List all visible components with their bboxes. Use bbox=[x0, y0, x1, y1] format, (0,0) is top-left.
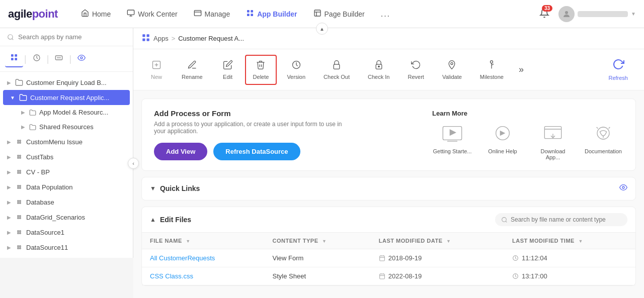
revert-icon bbox=[411, 60, 421, 72]
validate-button[interactable]: Validate bbox=[434, 55, 470, 85]
search-input[interactable] bbox=[18, 33, 126, 41]
app-icon bbox=[15, 243, 23, 251]
nav-home[interactable]: Home bbox=[74, 5, 118, 23]
breadcrumb: Apps > Customer Request A... bbox=[133, 28, 644, 49]
learn-more-section: Learn More Getting Starte... bbox=[432, 110, 623, 160]
content-type-cell: View Form bbox=[265, 249, 371, 267]
top-nav: agilepoint Home Work Center Manage App bbox=[0, 0, 644, 28]
sidebar-item-customer-request[interactable]: ▼ Customer Request Applic... bbox=[3, 90, 130, 105]
rename-button[interactable]: Rename bbox=[174, 55, 211, 85]
check-in-button[interactable]: Check In bbox=[360, 55, 397, 85]
sidebar-item-custtabs[interactable]: ▶ CustTabs bbox=[0, 149, 133, 164]
sidebar-item-cv-bp[interactable]: ▶ CV - BP bbox=[0, 164, 133, 179]
svg-point-23 bbox=[20, 142, 21, 144]
refresh-button[interactable]: Refresh bbox=[600, 53, 636, 86]
edit-files-arrow-icon[interactable]: ▲ bbox=[150, 216, 156, 223]
files-search-input[interactable] bbox=[511, 216, 621, 223]
checkout-icon bbox=[332, 60, 342, 72]
sidebar-item-shared-resources[interactable]: ▶ Shared Resources bbox=[14, 120, 133, 134]
nav-manage[interactable]: Manage bbox=[187, 5, 237, 23]
nav-more[interactable]: ... bbox=[374, 6, 397, 23]
breadcrumb-apps-link[interactable]: Apps bbox=[153, 35, 169, 42]
app-icon bbox=[15, 153, 23, 161]
milestone-button[interactable]: Milestone bbox=[472, 55, 512, 85]
app-icon bbox=[15, 198, 23, 206]
folder-icon bbox=[29, 124, 36, 131]
apps-grid-icon bbox=[141, 33, 150, 44]
svg-point-51 bbox=[20, 248, 21, 249]
svg-line-11 bbox=[12, 38, 14, 40]
eye-icon[interactable] bbox=[619, 183, 627, 193]
svg-marker-70 bbox=[500, 130, 506, 136]
sidebar-item-datasource1[interactable]: ▶ DataSource1 bbox=[0, 225, 133, 240]
breadcrumb-current: Customer Request A... bbox=[178, 35, 244, 42]
delete-button[interactable]: Delete bbox=[245, 55, 277, 85]
col-last-modified-date[interactable]: LAST MODIFIED DATE ▼ bbox=[371, 233, 504, 249]
main-area: Add Process or Form Add a process to you… bbox=[133, 90, 644, 298]
svg-point-38 bbox=[18, 203, 19, 204]
nav-items: Home Work Center Manage App Builder Page… bbox=[74, 5, 536, 23]
sidebar-item-customer-enquiry[interactable]: ▶ Customer Enquiry Load B... bbox=[0, 75, 133, 90]
nav-page-builder[interactable]: Page Builder bbox=[306, 5, 372, 23]
new-button[interactable]: New bbox=[141, 55, 172, 85]
grid-icon bbox=[246, 9, 254, 19]
arrow-icon: ▶ bbox=[21, 110, 25, 115]
learn-more-download-app[interactable]: Download App... bbox=[533, 124, 573, 160]
sidebar-sub-group: ▶ App Model & Resourc... ▶ Shared Resour… bbox=[0, 105, 133, 134]
nav-collapse-button[interactable]: ▲ bbox=[316, 23, 328, 35]
revert-button[interactable]: Revert bbox=[399, 55, 432, 85]
file-link[interactable]: CSS Class.css bbox=[150, 272, 193, 280]
notification-button[interactable]: 33 bbox=[536, 5, 552, 23]
sidebar-container: | | | ▶ Customer Enquiry Lo bbox=[0, 28, 133, 298]
sidebar-item-datasource11[interactable]: ▶ DataSource11 bbox=[0, 240, 133, 255]
svg-point-48 bbox=[18, 246, 19, 247]
logo: agilepoint bbox=[8, 8, 58, 21]
edit-files-title: Edit Files bbox=[160, 216, 191, 224]
svg-point-46 bbox=[18, 233, 19, 234]
sidebar-tab-grid[interactable] bbox=[5, 50, 23, 67]
learn-more-online-help[interactable]: Online Help bbox=[482, 124, 523, 160]
app-icon bbox=[15, 213, 23, 221]
svg-rect-86 bbox=[379, 274, 384, 279]
sidebar-item-datagrid[interactable]: ▶ DataGrid_Scenarios bbox=[0, 210, 133, 225]
check-out-button[interactable]: Check Out bbox=[315, 55, 358, 85]
validate-icon bbox=[447, 60, 457, 72]
checkin-icon bbox=[374, 60, 384, 72]
version-button[interactable]: Version bbox=[279, 55, 313, 85]
page-builder-icon bbox=[313, 9, 321, 19]
sidebar-item-app-model[interactable]: ▶ App Model & Resourc... bbox=[14, 105, 133, 120]
svg-point-20 bbox=[18, 140, 19, 142]
time-cell: 11:12:04 bbox=[504, 249, 635, 267]
table-row: CSS Class.css Style Sheet 2022-08-19 bbox=[142, 267, 635, 285]
col-file-name[interactable]: FILE NAME ▼ bbox=[142, 233, 265, 249]
more-tools-button[interactable]: » bbox=[514, 60, 529, 79]
quick-links-header[interactable]: ▼ Quick Links bbox=[142, 177, 635, 200]
sidebar-item-data-population[interactable]: ▶ Data Population bbox=[0, 179, 133, 194]
quick-links-title: Quick Links bbox=[160, 184, 200, 192]
svg-rect-54 bbox=[142, 39, 145, 41]
tab-separator-2: | bbox=[47, 54, 49, 64]
file-link[interactable]: All CustomerRequests bbox=[150, 254, 215, 262]
col-content-type[interactable]: CONTENT TYPE ▼ bbox=[265, 233, 371, 249]
sidebar-item-label: DataSource1 bbox=[26, 229, 64, 236]
sidebar-tab-minus[interactable] bbox=[50, 51, 68, 67]
col-last-modified-time[interactable]: LAST MODIFIED TIME ▼ bbox=[504, 233, 635, 249]
folder-icon bbox=[15, 78, 23, 86]
learn-more-documentation[interactable]: Documentation bbox=[583, 124, 623, 160]
svg-rect-5 bbox=[251, 10, 254, 13]
learn-more-getting-started[interactable]: Getting Starte... bbox=[432, 124, 472, 160]
sidebar-item-database[interactable]: ▶ Database bbox=[0, 194, 133, 210]
svg-point-26 bbox=[18, 157, 19, 159]
sidebar-tab-eye[interactable] bbox=[72, 51, 91, 67]
sidebar-item-custommenu[interactable]: ▶ CustomMenu Issue bbox=[0, 134, 133, 149]
sidebar-collapse-button[interactable]: ‹ bbox=[128, 158, 139, 169]
svg-rect-53 bbox=[147, 34, 149, 37]
nav-app-builder[interactable]: App Builder bbox=[239, 5, 304, 23]
edit-button[interactable]: Edit bbox=[213, 55, 243, 85]
sidebar-tab-clock[interactable] bbox=[28, 51, 46, 67]
nav-work-center[interactable]: Work Center bbox=[120, 5, 184, 23]
refresh-datasource-button[interactable]: Refresh DataSource bbox=[213, 143, 300, 160]
user-menu[interactable]: ▼ bbox=[558, 6, 636, 22]
svg-point-25 bbox=[20, 155, 21, 157]
add-view-button[interactable]: Add View bbox=[154, 143, 207, 160]
